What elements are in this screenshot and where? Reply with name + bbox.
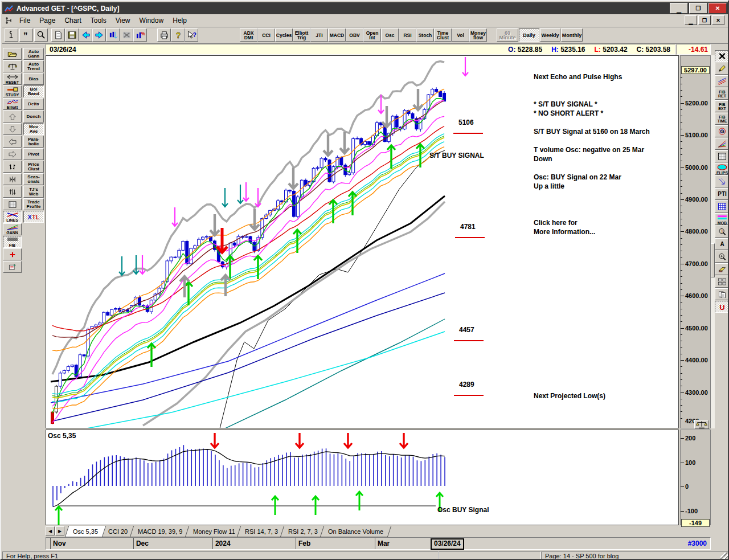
indicator-money-flow[interactable]: Moneyflow	[469, 28, 487, 42]
fib-circle-button[interactable]: FIB	[715, 125, 729, 137]
tab-macd-19-39-9[interactable]: MACD 19, 39, 9	[130, 526, 191, 537]
price-axis[interactable]: 5200.005100.005000.004900.004800.004700.…	[680, 55, 711, 428]
reset-arrows-button[interactable]: RESET	[3, 73, 22, 85]
elliott-waves-button[interactable]: Elliott	[3, 98, 22, 110]
indicator-vol[interactable]: Vol	[452, 28, 469, 42]
minimize-button[interactable]: ▁	[670, 3, 688, 14]
tab-rsi-2-7-3[interactable]: RSI 2, 7, 3	[280, 526, 326, 537]
tool-a-button[interactable]: A	[715, 238, 729, 250]
quotes-button[interactable]: ”	[19, 28, 33, 42]
note-edit-button[interactable]	[3, 261, 22, 273]
fan-lines-button[interactable]	[715, 138, 729, 150]
menu-tools[interactable]: Tools	[86, 15, 111, 26]
tab-money-flow-11[interactable]: Money Flow 11	[185, 526, 243, 537]
menu-file[interactable]: File	[15, 15, 35, 26]
expand-grid-button[interactable]	[715, 276, 729, 288]
parallel-lines-button[interactable]	[715, 75, 729, 87]
candle-pair-button[interactable]	[3, 173, 22, 185]
red-cross-button[interactable]	[3, 248, 22, 260]
magnet-u-button[interactable]: U	[715, 301, 729, 313]
pin-button[interactable]	[5, 28, 18, 42]
arrow-down-button[interactable]	[3, 123, 22, 135]
copy-notes-button[interactable]	[715, 288, 729, 300]
multi-arrows-button[interactable]	[715, 175, 729, 187]
study-para--bolic[interactable]: Para-bolic	[23, 136, 44, 148]
indicator-time-clust[interactable]: TimeClust	[434, 28, 452, 42]
tab-on-balance-volume[interactable]: On Balance Volume	[320, 526, 392, 537]
grid-blue-button[interactable]	[715, 201, 729, 212]
tab-scroll-left[interactable]: ◀	[46, 526, 55, 536]
scrollbar-thumb[interactable]	[711, 243, 715, 277]
indicator-macd[interactable]: MACD	[328, 28, 346, 42]
timeframe-60-minute[interactable]: 60Minute	[497, 28, 518, 42]
mdi-close-button[interactable]: ✕	[712, 15, 724, 25]
zoom-plus-button[interactable]	[715, 251, 729, 263]
tool-fib-ret-button[interactable]: FIBRET	[715, 88, 729, 100]
gann-lines-button[interactable]: GANN	[3, 223, 22, 235]
tool-pti-button[interactable]: PTI	[715, 188, 729, 200]
indicator-cci[interactable]: CCI	[257, 28, 275, 42]
context-help-button[interactable]: ?	[185, 28, 198, 42]
indicator-osc[interactable]: Osc	[381, 28, 399, 42]
indicator-rsi[interactable]: RSI	[399, 28, 416, 42]
study-bias[interactable]: Bias	[23, 73, 44, 85]
menu-help[interactable]: Help	[168, 15, 191, 26]
mdi-restore-button[interactable]: ❐	[698, 15, 711, 25]
tool-fib-time-button[interactable]: FIBTIME	[715, 113, 729, 125]
vertical-scrollbar[interactable]	[711, 55, 715, 428]
save-button[interactable]	[65, 28, 79, 42]
arrow-up-button[interactable]	[3, 111, 22, 122]
restore-button[interactable]: ❐	[689, 3, 707, 14]
study-pivot[interactable]: Pivot	[23, 148, 44, 160]
chart-percent-button[interactable]: %	[133, 28, 147, 42]
indicator-cycles[interactable]: Cycles	[275, 28, 293, 42]
study-mov-ave[interactable]: MovAve	[23, 123, 44, 135]
back-button[interactable]	[79, 28, 92, 42]
close-button[interactable]: ✕	[708, 3, 727, 14]
menu-window[interactable]: Window	[135, 15, 169, 26]
tab-scroll-right[interactable]: ▶	[55, 526, 64, 536]
timeframe-monthly[interactable]: Monthly	[561, 28, 583, 42]
scales-button[interactable]	[3, 60, 22, 72]
mdi-child-icon[interactable]	[5, 17, 13, 24]
resize-grip[interactable]	[720, 553, 728, 560]
sort-updown-button[interactable]	[3, 186, 22, 198]
indicator-stoch[interactable]: Stoch	[416, 28, 434, 42]
study-trade-profile[interactable]: TradeProfile	[23, 198, 44, 210]
help-button[interactable]: ?	[171, 28, 185, 42]
new-page-button[interactable]	[51, 28, 65, 42]
indicator-obv[interactable]: OBV	[346, 28, 363, 42]
study-price-clust[interactable]: PriceClust	[23, 161, 44, 173]
study-bol-band[interactable]: BolBand	[23, 85, 44, 97]
delete-chart-button[interactable]	[120, 28, 133, 42]
print-button[interactable]	[157, 28, 171, 42]
trend-lines-button[interactable]: LINES	[3, 211, 22, 223]
indicator-jti[interactable]: JTI	[310, 28, 328, 42]
grid-dots-button[interactable]	[715, 150, 729, 162]
search-one-button[interactable]: 1	[715, 226, 729, 238]
arrow-left-button[interactable]	[3, 136, 22, 148]
mdi-minimize-button[interactable]: ▁	[685, 15, 697, 25]
magnifier-button[interactable]	[34, 28, 48, 42]
tool-fib-ext-button[interactable]: FIBEXT	[715, 100, 729, 112]
grid-dots-button[interactable]	[3, 198, 22, 210]
study-xtl[interactable]: XTL	[23, 211, 44, 223]
menu-view[interactable]: View	[111, 15, 135, 26]
forward-button[interactable]	[92, 28, 106, 42]
study-auto-gann[interactable]: AutoGann	[23, 48, 44, 60]
arrow-right-button[interactable]	[3, 148, 22, 160]
ellipse-button[interactable]: ELIPS	[715, 163, 729, 175]
study-donch[interactable]: Donch	[23, 111, 44, 122]
study-tjs-web[interactable]: TJ'sWeb	[23, 186, 44, 198]
study-auto-trend[interactable]: AutoTrend	[23, 60, 44, 72]
indicator-open-int[interactable]: OpenInt	[363, 28, 381, 42]
close-x-button[interactable]	[715, 50, 729, 62]
scales-mini-icon[interactable]	[694, 420, 709, 429]
timeframe-daily[interactable]: Daily	[519, 28, 539, 42]
indicator-adx-dmi[interactable]: ADXDMI	[240, 28, 257, 42]
study-seas--onals[interactable]: Seas-onals	[23, 173, 44, 185]
mob-button[interactable]: MOB	[715, 213, 729, 225]
pencil-button[interactable]	[715, 63, 729, 75]
menu-page[interactable]: Page	[35, 15, 60, 26]
study-delta[interactable]: Delta	[23, 98, 44, 110]
